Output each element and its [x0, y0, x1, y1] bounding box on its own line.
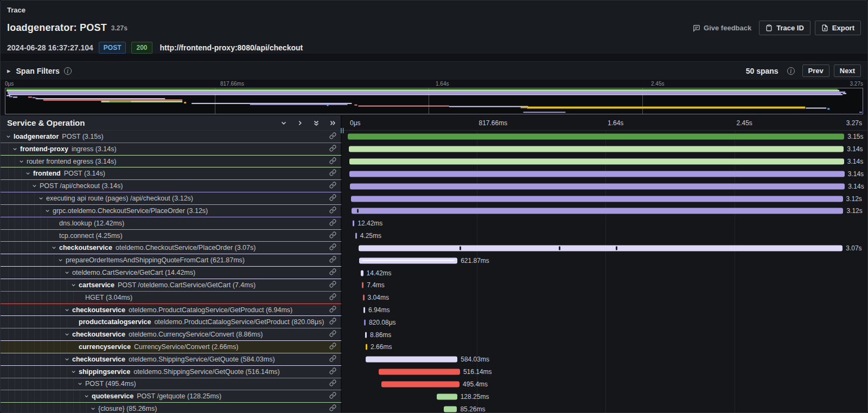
span-bar-cell[interactable]: 3.12s	[342, 205, 867, 217]
span-bar-cell[interactable]: 4.25ms	[342, 230, 867, 242]
span-label-cell[interactable]: checkoutserviceoteldemo.CurrencyService/…	[1, 328, 342, 341]
span-link-icon[interactable]	[329, 193, 336, 203]
trace-id-button[interactable]: Trace ID	[759, 21, 810, 35]
minimap-viewport[interactable]	[5, 88, 863, 114]
span-label-cell[interactable]: prepareOrderItemsAndShippingQuoteFromCar…	[1, 254, 342, 267]
span-link-icon[interactable]	[329, 206, 336, 216]
expand-all-icon[interactable]	[329, 119, 336, 127]
chevron-down-icon[interactable]	[71, 369, 76, 375]
span-duration-bar[interactable]	[352, 208, 843, 214]
span-bar-cell[interactable]: 820.08μs	[342, 316, 867, 328]
span-duration-bar[interactable]	[351, 196, 843, 202]
span-bar-cell[interactable]: 2.66ms	[342, 341, 867, 353]
span-row[interactable]: POST /api/checkout (3.14s)3.14s	[1, 180, 867, 192]
span-bar-cell[interactable]: 3.07s	[342, 242, 867, 254]
chevron-down-icon[interactable]	[71, 282, 76, 288]
span-bar-cell[interactable]: 7.4ms	[342, 279, 867, 292]
span-duration-bar[interactable]	[381, 381, 459, 387]
span-bar-cell[interactable]: 8.86ms	[342, 328, 867, 341]
span-bar-cell[interactable]: 3.14s	[342, 167, 867, 180]
chevron-down-icon[interactable]	[51, 245, 57, 251]
span-label-cell[interactable]: {closure} (85.26ms)	[1, 403, 342, 413]
span-row[interactable]: router frontend egress (3.14s)3.14s	[1, 156, 867, 168]
span-bar-cell[interactable]: 14.42ms	[342, 267, 867, 279]
span-duration-bar[interactable]	[349, 146, 844, 152]
span-bar-cell[interactable]: 85.26ms	[342, 403, 867, 413]
span-row[interactable]: frontend-proxyingress (3.14s)3.14s	[1, 143, 867, 156]
span-duration-bar[interactable]	[444, 406, 457, 412]
span-duration-bar[interactable]	[437, 393, 457, 399]
span-link-icon[interactable]	[329, 317, 336, 327]
span-link-icon[interactable]	[329, 231, 336, 241]
give-feedback-link[interactable]: Give feedback	[693, 24, 751, 32]
span-label-cell[interactable]: grpc.oteldemo.CheckoutService/PlaceOrder…	[1, 205, 342, 217]
span-link-icon[interactable]	[329, 181, 336, 191]
span-row[interactable]: dns.lookup (12.42ms)12.42ms	[1, 217, 867, 230]
span-duration-bar[interactable]	[365, 332, 367, 338]
next-button[interactable]: Next	[834, 64, 861, 77]
span-link-icon[interactable]	[329, 144, 336, 154]
span-link-icon[interactable]	[329, 132, 336, 141]
span-duration-bar[interactable]	[359, 257, 457, 263]
chevron-right-icon[interactable]: ▸	[7, 67, 11, 75]
span-label-cell[interactable]: currencyserviceCurrencyService/Convert (…	[1, 341, 342, 353]
span-row[interactable]: checkoutserviceoteldemo.CheckoutService/…	[1, 242, 867, 254]
span-link-icon[interactable]	[329, 305, 336, 315]
span-duration-bar[interactable]	[366, 357, 458, 363]
info-icon[interactable]: i	[64, 67, 72, 75]
chevron-down-icon[interactable]	[64, 270, 70, 276]
span-bar-cell[interactable]: 584.03ms	[342, 353, 867, 366]
chevron-down-icon[interactable]	[25, 171, 31, 177]
span-label-cell[interactable]: oteldemo.CartService/GetCart (14.42ms)	[1, 267, 342, 279]
span-duration-bar[interactable]	[364, 319, 366, 325]
expand-one-icon[interactable]	[296, 119, 304, 127]
span-duration-bar[interactable]	[379, 369, 460, 375]
span-row[interactable]: POST (495.4ms)495.4ms	[1, 378, 867, 391]
chevron-down-icon[interactable]	[64, 356, 70, 362]
span-link-icon[interactable]	[329, 342, 336, 352]
span-row[interactable]: checkoutserviceoteldemo.ShippingService/…	[1, 353, 867, 366]
info-icon[interactable]: i	[787, 67, 795, 75]
span-link-icon[interactable]	[329, 293, 336, 302]
span-row[interactable]: {closure} (85.26ms)85.26ms	[1, 403, 867, 413]
span-row[interactable]: executing api route (pages) /api/checkou…	[1, 192, 867, 205]
span-row[interactable]: cartservicePOST /oteldemo.CartService/Ge…	[1, 279, 867, 292]
span-duration-bar[interactable]	[363, 307, 365, 313]
chevron-down-icon[interactable]	[64, 307, 70, 313]
chevron-down-icon[interactable]	[77, 381, 83, 387]
chevron-down-icon[interactable]	[31, 183, 37, 189]
chevron-down-icon[interactable]	[64, 332, 70, 338]
span-row[interactable]: tcp.connect (4.25ms)4.25ms	[1, 230, 867, 242]
span-row[interactable]: HGET (3.04ms)3.04ms	[1, 292, 867, 304]
span-row[interactable]: quoteservicePOST /getquote (128.25ms)128…	[1, 390, 867, 403]
span-bar-cell[interactable]: 3.14s	[342, 180, 867, 192]
span-link-icon[interactable]	[329, 255, 336, 265]
span-bar-cell[interactable]: 516.14ms	[342, 366, 867, 378]
export-button[interactable]: Export	[815, 21, 861, 35]
span-row[interactable]: checkoutserviceoteldemo.CurrencyService/…	[1, 328, 867, 341]
span-duration-bar[interactable]	[353, 221, 355, 227]
span-bar-cell[interactable]: 3.14s	[342, 143, 867, 156]
span-bar-cell[interactable]: 3.14s	[342, 156, 867, 168]
span-duration-bar[interactable]	[361, 270, 363, 276]
span-row[interactable]: productcatalogserviceoteldemo.ProductCat…	[1, 316, 867, 328]
span-link-icon[interactable]	[329, 330, 336, 339]
span-label-cell[interactable]: cartservicePOST /oteldemo.CartService/Ge…	[1, 279, 342, 292]
trace-minimap[interactable]: 0μs817.66ms1.64s2.45s3.27s	[1, 80, 867, 115]
span-row[interactable]: frontendPOST (3.14s)3.14s	[1, 167, 867, 180]
span-duration-bar[interactable]	[349, 159, 844, 165]
span-duration-bar[interactable]	[362, 282, 363, 288]
chevron-down-icon[interactable]	[84, 393, 90, 399]
collapse-one-icon[interactable]	[280, 119, 288, 127]
span-link-icon[interactable]	[329, 367, 336, 377]
span-label-cell[interactable]: loadgeneratorPOST (3.15s)	[1, 131, 342, 143]
prev-button[interactable]: Prev	[802, 64, 829, 77]
span-label-cell[interactable]: quoteservicePOST /getquote (128.25ms)	[1, 390, 342, 403]
span-label-cell[interactable]: checkoutserviceoteldemo.ShippingService/…	[1, 353, 342, 366]
span-label-cell[interactable]: dns.lookup (12.42ms)	[1, 217, 342, 230]
span-row[interactable]: currencyserviceCurrencyService/Convert (…	[1, 341, 867, 353]
span-label-cell[interactable]: executing api route (pages) /api/checkou…	[1, 192, 342, 205]
chevron-down-icon[interactable]	[18, 158, 24, 164]
span-label-cell[interactable]: HGET (3.04ms)	[1, 292, 342, 304]
span-label-cell[interactable]: shippingserviceoteldemo.ShippingService/…	[1, 366, 342, 378]
